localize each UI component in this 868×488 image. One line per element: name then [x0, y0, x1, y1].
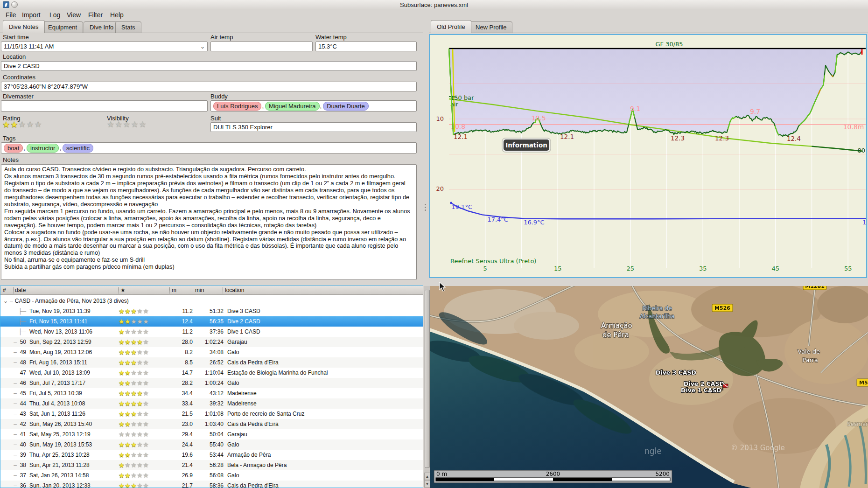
column-separator: [118, 287, 119, 293]
dive-computer-label: Reefnet Sensus Ultra (Preto): [450, 258, 536, 265]
divemaster-input[interactable]: [1, 100, 208, 112]
tab-dive-notes[interactable]: Dive Notes: [3, 20, 45, 33]
menu-import[interactable]: Import: [20, 11, 42, 19]
tab-equipment[interactable]: Equipment: [42, 21, 83, 33]
dive-site-map[interactable]: Armação de Pêra Ribeira de Alcantarilha …: [430, 286, 868, 488]
dive-row[interactable]: – 42Sun, May 26, 2013 15:40★★★★★23.01:03…: [0, 419, 423, 429]
tab-new-profile[interactable]: New Profile: [469, 21, 512, 33]
splitter-handle[interactable]: [425, 202, 426, 212]
app-window: Subsurface: paneves.xml FileImportLogVie…: [0, 0, 868, 488]
dive-row[interactable]: – 48Fri, Aug 16, 2013 15:11★★★★★8.526:52…: [0, 357, 423, 368]
sesmarias-label: Sesmarias: [847, 421, 868, 427]
dive-row[interactable]: – 45Fri, Jul 5, 2013 10:39★★★★★34.443:12…: [0, 388, 423, 398]
location-input[interactable]: Dive 2 CASD: [1, 61, 417, 71]
chevron-expand-icon[interactable]: ⌄: [3, 298, 8, 304]
pressure-end-label: 80: [857, 147, 865, 154]
svg-text:de Pêra: de Pêra: [602, 331, 629, 339]
column-separator: [223, 287, 223, 293]
dive-row[interactable]: – 43Sat, Jun 1, 2013 11:26★★★★★21.51:01:…: [0, 409, 423, 419]
dive-row[interactable]: – 40Sun, May 19, 2013 15:53★★★★★24.455:4…: [0, 439, 423, 450]
tag-chip[interactable]: boat: [4, 144, 23, 153]
dive-row[interactable]: ├─Tue, Nov 19, 2013 11:39★★★★★11.251:32D…: [0, 306, 423, 316]
depth-annotation: 9.7: [750, 108, 760, 115]
divemaster-label: Divemaster: [3, 93, 34, 100]
chevron-down-icon[interactable]: ⌄: [200, 43, 205, 50]
depth-tick-10: 10: [436, 115, 444, 122]
menu-log[interactable]: Log: [48, 11, 62, 19]
map-scale-bar: 0 m 2600 5200: [434, 470, 672, 483]
dive-list-scrollbar[interactable]: ▲ ▼: [424, 286, 430, 488]
river-label: Ribeira de: [642, 305, 672, 312]
dive-row[interactable]: – 37Sat, Jan 26, 2013 14:58★★★★★26.956:0…: [0, 470, 423, 481]
column-header-date[interactable]: date: [15, 287, 26, 293]
dive-list: #date★mminlocation ⌄–CASD - Armação de P…: [0, 286, 423, 488]
dive-row[interactable]: – 46Sun, Jul 7, 2013 17:17★★★★★28.21:00:…: [0, 378, 423, 388]
buddy-chip[interactable]: Miguel Madureira: [265, 102, 319, 111]
tags-input[interactable]: boat,instructor,scientific: [1, 142, 417, 153]
window-title: Subsurface: paneves.xml: [0, 1, 868, 8]
buddy-input[interactable]: Luís Rodrigues,Miguel Madureira,Duarte D…: [210, 100, 417, 112]
notes-label: Notes: [3, 156, 19, 163]
dive-row[interactable]: – 50Sun, Sep 22, 2013 12:59★★★★★28.01:02…: [0, 337, 423, 347]
dive-row[interactable]: – 38Sun, Apr 21, 2013 11:28★★★★★21.456:2…: [0, 460, 423, 470]
dive-row[interactable]: – 49Mon, Aug 19, 2013 12:06★★★★★8.234:08…: [0, 347, 423, 357]
tab-dive-info[interactable]: Dive Info: [84, 21, 119, 33]
menu-file[interactable]: File: [4, 11, 18, 19]
x-axis-tick: 55: [844, 265, 852, 272]
column-header-min[interactable]: min: [195, 287, 204, 293]
depth-annotation: 9.1: [630, 105, 640, 112]
column-header-location[interactable]: location: [225, 287, 244, 293]
temperature-label: 19.1°C: [451, 203, 472, 210]
tab-old-profile[interactable]: Old Profile: [431, 20, 471, 33]
water-temp-label: Water temp: [315, 34, 347, 41]
coordinates-input[interactable]: 37°05'23.460"N 8°20'47.879"W: [1, 82, 417, 91]
menu-help[interactable]: Help: [108, 11, 126, 19]
air-temp-input[interactable]: [210, 42, 313, 51]
start-time-input[interactable]: 11/15/13 11:41 AM ⌄: [1, 42, 208, 51]
temperature-label: 16.9°C: [524, 219, 545, 226]
depth-annotation: 10.5: [531, 114, 546, 122]
x-axis-tick: 25: [626, 265, 634, 272]
column-header-m[interactable]: m: [172, 287, 176, 293]
dive3-site-label: Dive 3 CASD: [656, 369, 696, 376]
notes-textarea[interactable]: Aula do curso CASD. Transectos c/video e…: [1, 164, 417, 280]
tab-divider: [0, 33, 423, 33]
column-separator: [169, 287, 170, 293]
column-header-stars[interactable]: ★: [120, 287, 126, 293]
svg-text:Alcantarilha: Alcantarilha: [640, 313, 675, 320]
svg-text:M1281: M1281: [805, 286, 825, 289]
tag-chip[interactable]: instructor: [27, 144, 59, 153]
visibility-stars[interactable]: ★★★★★: [107, 119, 147, 130]
dive-list-header[interactable]: #date★mminlocation: [0, 286, 423, 295]
buddy-chip[interactable]: Duarte Duarte: [323, 102, 369, 111]
dive-row[interactable]: – 44Thu, Jul 4, 2013 10:08★★★★★33.439:32…: [0, 398, 423, 409]
dive-row-selected[interactable]: ├─Fri, Nov 15, 2013 11:41★★★★★12.456:35D…: [0, 316, 423, 327]
menu-view[interactable]: View: [65, 11, 83, 19]
tab-stats[interactable]: Stats: [115, 21, 141, 33]
dive-row[interactable]: – 47Wed, Jul 10, 2013 13:09★★★★★14.71:10…: [0, 368, 423, 378]
x-axis-tick: 15: [554, 265, 562, 272]
dive-row[interactable]: ├─Wed, Nov 13, 2013 11:06★★★★★11.237:36D…: [0, 327, 423, 337]
suit-input[interactable]: DUI TLS 350 Explorer: [210, 122, 417, 132]
dive-row[interactable]: – 41Sat, May 25, 2013 12:19★★★★★29.450:0…: [0, 429, 423, 439]
scrollbar-thumb[interactable]: [425, 290, 430, 468]
depth-annotation: 10.8m: [843, 123, 864, 131]
menu-filter[interactable]: Filter: [86, 11, 105, 19]
dive-trip-group-row[interactable]: ⌄–CASD - Armação de Pêra, Nov 2013 (3 di…: [0, 296, 423, 306]
tag-chip[interactable]: scientific: [63, 144, 93, 153]
buddy-chip[interactable]: Luís Rodrigues: [213, 102, 261, 111]
temperature-line: [450, 202, 866, 219]
water-temp-input[interactable]: 15.3°C: [315, 42, 417, 51]
x-axis-tick: 35: [699, 265, 707, 272]
dive-row[interactable]: – 36Sun, Jan 20, 2013 12:33★★★★★21.758:3…: [0, 481, 423, 488]
tags-label: Tags: [3, 135, 15, 142]
rating-stars[interactable]: ★★★★★: [2, 119, 42, 130]
depth-annotation: 12.3: [671, 134, 685, 142]
column-separator: [13, 287, 14, 293]
column-header-num[interactable]: #: [3, 287, 6, 293]
dive-profile-chart: 10.8 GF 30/85 150 bar air 80 19.1°C17.4°…: [429, 34, 867, 278]
column-separator: [193, 287, 193, 293]
suit-label: Suit: [210, 115, 221, 122]
dive-row[interactable]: – 39Thu, Apr 25, 2013 10:28★★★★★19.653:4…: [0, 450, 423, 460]
information-tooltip[interactable]: Information: [502, 138, 551, 152]
